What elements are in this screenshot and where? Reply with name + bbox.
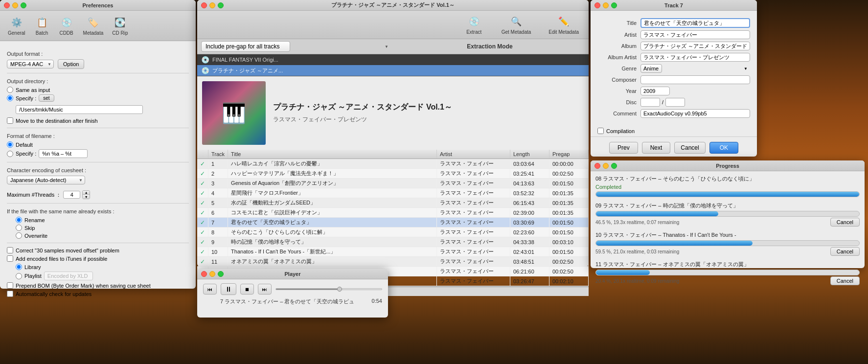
cancel-btn-1[interactable]: Cancel	[830, 218, 860, 227]
playlist-input[interactable]	[16, 273, 22, 279]
toolbar-metadata[interactable]: 🏷️ Metadata	[79, 14, 108, 38]
stepper-down[interactable]: ▼	[83, 195, 90, 199]
prepend-bom-input[interactable]	[7, 282, 13, 289]
track-check-7[interactable]: ✓	[197, 228, 208, 237]
overwrite-input[interactable]	[16, 232, 22, 239]
progress-close[interactable]	[594, 163, 600, 169]
disc-input-1[interactable]	[640, 98, 660, 107]
prev-track-button[interactable]: ⏮	[203, 284, 217, 295]
track7-zoom[interactable]	[611, 2, 617, 8]
track-table-scroll[interactable]: Track Title Artist Length Pregap ✓ 1 ハレ晴…	[197, 150, 589, 287]
main-zoom[interactable]	[218, 2, 224, 8]
table-row[interactable]: ✓ 2 ハッピー☆マテリアル「魔法先生ネギま！」 ラスマス・フェイバー 03:2…	[197, 169, 589, 179]
table-row[interactable]: ✓ 9 時の記憶「僕の地球を守って」 ラスマス・フェイバー 04:33:38 0…	[197, 237, 589, 247]
same-as-input-input[interactable]	[7, 87, 13, 93]
main-close[interactable]	[201, 2, 207, 8]
auto-check-input[interactable]	[7, 291, 13, 297]
track7-close[interactable]	[594, 2, 600, 8]
file-item-1[interactable]: 💿 プラチナ・ジャズ ～アニメ...	[197, 65, 589, 76]
cancel-button[interactable]: Cancel	[674, 142, 705, 154]
extraction-select[interactable]: Include pre-gap for all tracks	[201, 41, 290, 52]
table-row[interactable]: ✓ 6 コスモスに君と「伝説巨神イデオン」 ラスマス・フェイバー 02:39:0…	[197, 208, 589, 218]
track-check-4[interactable]: ✓	[197, 198, 208, 208]
stepper-up[interactable]: ▲	[83, 191, 90, 195]
track7-minimize[interactable]	[603, 2, 609, 8]
toolbar-batch[interactable]: 📋 Batch	[30, 14, 54, 38]
composer-input[interactable]	[640, 75, 750, 84]
get-metadata-button[interactable]: 🔍 Get Metadata	[498, 13, 535, 37]
move-checkbox-input[interactable]	[7, 117, 13, 124]
set-button[interactable]: set	[39, 94, 54, 102]
track-check-3[interactable]: ✓	[197, 188, 208, 198]
player-minimize[interactable]	[209, 271, 215, 277]
format-string-field[interactable]	[39, 149, 88, 158]
album-artist-input[interactable]	[640, 53, 750, 62]
table-row[interactable]: ✓ 8 そらのむこう「ひぐらしのなく頃に解」 ラスマス・フェイバー 02:23:…	[197, 228, 589, 237]
ok-button[interactable]: OK	[709, 142, 738, 154]
album-area: 🎹 プラチナ・ジャズ ～アニメ・スタンダード Vol.1～ ラスマス・フェイバー…	[197, 76, 589, 150]
track-check-1[interactable]: ✓	[197, 169, 208, 179]
comment-input[interactable]	[640, 109, 750, 118]
library-input[interactable]	[16, 264, 22, 270]
track-check-9[interactable]: ✓	[197, 247, 208, 257]
encoding-select[interactable]: Japanese (Auto-detect)	[7, 176, 85, 184]
track-check-6[interactable]: ✓	[197, 218, 208, 228]
toolbar-general[interactable]: ⚙️ General	[4, 14, 29, 38]
album-input[interactable]	[640, 42, 750, 50]
table-row[interactable]: ✓ 1 ハレ晴レユカイ「涼宮ハルヒの憂鬱」 ラスマス・フェイバー 03:03:6…	[197, 159, 589, 169]
default-radio-input[interactable]	[7, 141, 13, 148]
skip-input[interactable]	[16, 225, 22, 231]
album-label: Album	[597, 43, 637, 49]
table-row[interactable]: ✓ 11 オネアミスの翼「オネアミスの翼」 ラスマス・フェイバー 03:48:5…	[197, 257, 589, 267]
next-button[interactable]: Next	[642, 142, 671, 154]
year-input[interactable]	[640, 87, 670, 95]
toolbar-cddb[interactable]: 💿 CDDB	[55, 14, 78, 38]
play-pause-button[interactable]: ⏸	[221, 283, 236, 295]
cancel-btn-2[interactable]: Cancel	[830, 247, 860, 256]
table-row[interactable]: ✓ 10 Thanatos - If I Can't Be Yours -「新世…	[197, 247, 589, 257]
track-check-0[interactable]: ✓	[197, 159, 208, 169]
table-row[interactable]: ✓ 7 君をのせて「天空の城ラピュタ」 ラスマス・フェイバー 03:30:69 …	[197, 218, 589, 228]
prev-button[interactable]: Prev	[609, 142, 638, 154]
specify-radio-input[interactable]	[7, 95, 13, 101]
progress-minimize[interactable]	[603, 163, 609, 169]
player-close[interactable]	[201, 271, 207, 277]
path-field[interactable]	[16, 105, 143, 114]
format-select[interactable]: MPEG-4 AAC	[7, 60, 54, 68]
table-row[interactable]: ✓ 5 水の証「機動戦士ガンダムSEED」 ラスマス・フェイバー 06:15:4…	[197, 198, 589, 208]
specify-fmt-input[interactable]	[7, 151, 13, 157]
compilation-checkbox[interactable]	[597, 128, 604, 134]
next-track-button[interactable]: ⏭	[258, 284, 272, 295]
scrubber[interactable]	[275, 288, 382, 290]
rename-input[interactable]	[16, 217, 22, 223]
artist-input[interactable]	[640, 30, 750, 39]
threads-field[interactable]	[63, 191, 80, 199]
progress-zoom[interactable]	[611, 163, 617, 169]
threads-stepper[interactable]: ▲ ▼	[82, 190, 90, 199]
track-check-8[interactable]: ✓	[197, 237, 208, 247]
zoom-button[interactable]	[21, 2, 26, 8]
title-input[interactable]	[640, 18, 750, 28]
stop-button[interactable]: ⏹	[240, 284, 254, 295]
track-length-2: 04:13:63	[510, 179, 549, 188]
cancel-btn-3[interactable]: Cancel	[830, 276, 860, 285]
track-check-10[interactable]: ✓	[197, 257, 208, 267]
track-check-2[interactable]: ✓	[197, 179, 208, 188]
close-button[interactable]	[4, 2, 10, 8]
table-row[interactable]: ✓ 3 Genesis of Aquarion「創聖のアクエリオン」 ラスマス・…	[197, 179, 589, 188]
main-minimize[interactable]	[209, 2, 215, 8]
player-zoom[interactable]	[218, 271, 224, 277]
minimize-button[interactable]	[12, 2, 18, 8]
track-check-5[interactable]: ✓	[197, 208, 208, 218]
correct-offset-input[interactable]	[7, 247, 13, 253]
option-button[interactable]: Option	[58, 59, 84, 69]
disc-input-2[interactable]	[665, 98, 685, 107]
table-row[interactable]: ✓ 4 星間飛行「マクロスFrontier」 ラスマス・フェイバー 03:52:…	[197, 188, 589, 198]
playlist-field[interactable]	[44, 272, 93, 280]
toolbar-cd-rip[interactable]: 💽 CD Rip	[108, 14, 132, 38]
extract-button[interactable]: 💿 Extract	[460, 13, 488, 37]
add-itunes-input[interactable]	[7, 255, 13, 262]
file-item-0[interactable]: 💿 FINAL FANTASY VII Origi...	[197, 54, 589, 65]
edit-metadata-button[interactable]: ✏️ Edit Metadata	[545, 13, 583, 37]
genre-select[interactable]: Anime	[640, 64, 662, 73]
